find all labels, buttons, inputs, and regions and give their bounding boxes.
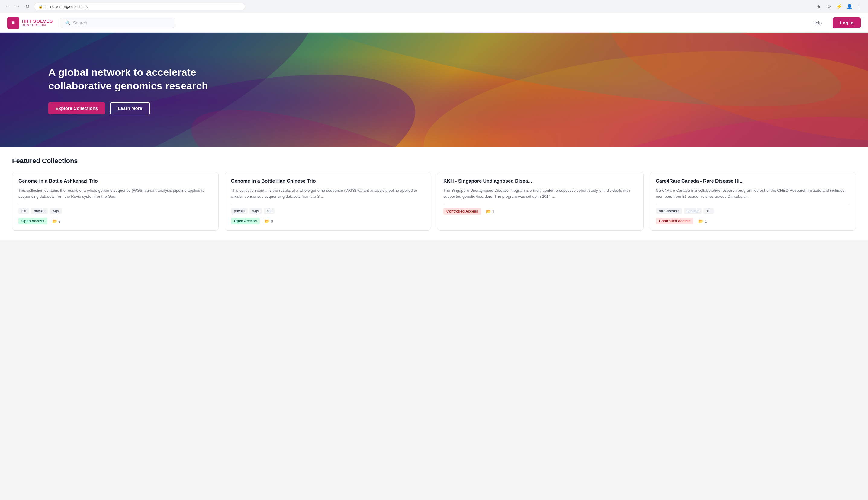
search-icon: 🔍 (65, 21, 70, 25)
card-footer-3: Controlled Access 📂 1 (656, 218, 850, 224)
tag: hifi (264, 208, 274, 214)
card-tags-0: hifipacbiowgs (19, 208, 212, 214)
card-title-2: KKH - Singapore Undiagnosed Disea... (443, 179, 637, 184)
count-value-2: 1 (492, 209, 494, 214)
card-divider (656, 204, 850, 204)
extensions-button[interactable]: ⚡ (835, 2, 844, 11)
tag: wgs (49, 208, 62, 214)
card-count-0: 📂 9 (52, 219, 61, 224)
logo-icon: ■ (7, 17, 19, 29)
settings-button[interactable]: ⚙ (824, 2, 834, 11)
card-tags-1: pacbiowgshifi (231, 208, 425, 214)
bookmark-button[interactable]: ★ (814, 2, 823, 11)
browser-actions: ★ ⚙ ⚡ 👤 ⋮ (814, 2, 864, 11)
card-description-3: Care4Rare Canada is a collaborative rese… (656, 188, 850, 199)
card-title-0: Genome in a Bottle Ashkenazi Trio (19, 179, 212, 184)
count-value-0: 9 (59, 219, 61, 224)
collections-grid: Genome in a Bottle Ashkenazi Trio This c… (12, 172, 856, 231)
card-description-0: This collection contains the results of … (19, 188, 212, 199)
card-count-1: 📂 9 (264, 219, 273, 224)
access-badge-2: Controlled Access (443, 208, 481, 215)
tag: wgs (249, 208, 262, 214)
tag: pacbio (31, 208, 47, 214)
help-link[interactable]: Help (809, 18, 825, 28)
logo-consortium-text: CONSORTIUM (22, 24, 53, 27)
featured-collections-title: Featured Collections (12, 157, 856, 165)
count-value-3: 1 (704, 219, 707, 224)
files-icon-3: 📂 (698, 219, 703, 224)
files-icon-0: 📂 (52, 219, 57, 224)
tag: +2 (703, 208, 714, 214)
count-value-1: 9 (271, 219, 273, 224)
browser-chrome: ← → ↻ 🔒 hifisolves.org/collections ★ ⚙ ⚡… (0, 0, 868, 13)
hero-section: A global network to accelerate collabora… (0, 33, 868, 147)
hero-buttons: Explore Collections Learn More (48, 102, 211, 114)
card-divider (231, 204, 425, 204)
tag: pacbio (231, 208, 248, 214)
card-description-1: This collection contains the results of … (231, 188, 425, 199)
files-icon-2: 📂 (486, 209, 491, 214)
card-count-2: 📂 1 (486, 209, 494, 214)
menu-button[interactable]: ⋮ (855, 2, 864, 11)
card-description-2: The Singapore Undiagnosed Disease Progra… (443, 188, 637, 199)
hero-content: A global network to accelerate collabora… (0, 66, 211, 114)
collection-card-2[interactable]: KKH - Singapore Undiagnosed Disea... The… (437, 172, 644, 231)
main-content: Featured Collections Genome in a Bottle … (0, 147, 868, 240)
access-badge-1: Open Access (231, 218, 260, 224)
lock-icon: 🔒 (38, 4, 43, 9)
profile-button[interactable]: 👤 (845, 2, 854, 11)
card-divider (19, 204, 212, 204)
search-bar[interactable]: 🔍 Search (60, 18, 175, 28)
collection-card-3[interactable]: Care4Rare Canada - Rare Disease Hi... Ca… (650, 172, 856, 231)
address-bar[interactable]: 🔒 hifisolves.org/collections (34, 3, 245, 10)
site-header: ■ HIFI SOLVES CONSORTIUM 🔍 Search Help L… (0, 13, 868, 33)
access-badge-0: Open Access (19, 218, 47, 224)
tag: canada (684, 208, 702, 214)
reload-button[interactable]: ↻ (23, 2, 31, 11)
card-footer-1: Open Access 📂 9 (231, 218, 425, 224)
logo[interactable]: ■ HIFI SOLVES CONSORTIUM (7, 17, 53, 29)
search-placeholder: Search (73, 20, 87, 25)
browser-nav-buttons: ← → ↻ (4, 2, 31, 11)
logo-hifi-text: HIFI SOLVES (22, 19, 53, 24)
hero-title: A global network to accelerate collabora… (48, 66, 211, 92)
card-title-3: Care4Rare Canada - Rare Disease Hi... (656, 179, 850, 184)
url-text: hifisolves.org/collections (45, 4, 241, 9)
card-title-1: Genome in a Bottle Han Chinese Trio (231, 179, 425, 184)
collection-card-0[interactable]: Genome in a Bottle Ashkenazi Trio This c… (12, 172, 219, 231)
card-tags-3: rare diseasecanada+2 (656, 208, 850, 214)
card-footer-2: Controlled Access 📂 1 (443, 208, 637, 215)
card-divider (443, 204, 637, 204)
card-count-3: 📂 1 (698, 219, 707, 224)
logo-text: HIFI SOLVES CONSORTIUM (22, 19, 53, 26)
access-badge-3: Controlled Access (656, 218, 694, 224)
learn-more-button[interactable]: Learn More (110, 102, 150, 114)
collection-card-1[interactable]: Genome in a Bottle Han Chinese Trio This… (225, 172, 431, 231)
login-button[interactable]: Log In (833, 17, 861, 29)
forward-button[interactable]: → (13, 2, 22, 11)
files-icon-1: 📂 (264, 219, 270, 224)
back-button[interactable]: ← (4, 2, 12, 11)
card-footer-0: Open Access 📂 9 (19, 218, 212, 224)
tag: hifi (19, 208, 29, 214)
tag: rare disease (656, 208, 682, 214)
explore-collections-button[interactable]: Explore Collections (48, 102, 105, 114)
